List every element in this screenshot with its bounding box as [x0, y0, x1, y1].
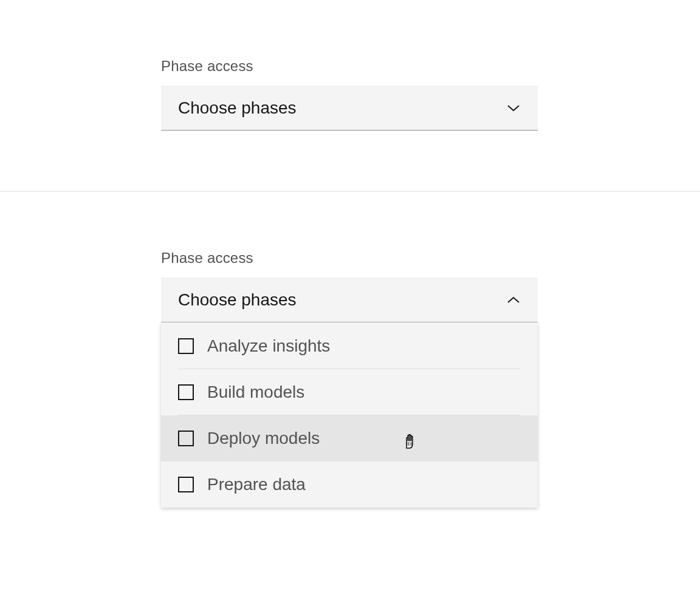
- phase-access-section-closed: Phase access Choose phases: [0, 0, 700, 191]
- option-label: Analyze insights: [207, 336, 330, 356]
- dropdown-trigger[interactable]: Choose phases: [161, 86, 538, 131]
- chevron-up-icon: [506, 293, 521, 307]
- option-deploy-models[interactable]: Deploy models: [161, 415, 538, 461]
- phase-access-label: Phase access: [161, 58, 539, 75]
- dropdown-menu: Analyze insights Build models Deploy mod…: [161, 323, 538, 508]
- dropdown-trigger-text: Choose phases: [178, 290, 297, 310]
- checkbox[interactable]: [178, 338, 194, 354]
- phase-dropdown-closed: Choose phases: [161, 86, 538, 131]
- phase-dropdown-open: Choose phases Analyze insights Build mod…: [161, 277, 538, 322]
- chevron-down-icon: [506, 101, 521, 115]
- option-build-models[interactable]: Build models: [161, 369, 538, 415]
- phase-access-section-open: Phase access Choose phases Analyze insig…: [0, 192, 700, 383]
- option-label: Prepare data: [207, 475, 306, 494]
- phase-access-label: Phase access: [161, 250, 539, 267]
- dropdown-trigger-text: Choose phases: [178, 98, 297, 118]
- option-prepare-data[interactable]: Prepare data: [161, 461, 538, 508]
- checkbox[interactable]: [178, 384, 194, 400]
- checkbox[interactable]: [178, 477, 194, 492]
- dropdown-trigger[interactable]: Choose phases: [161, 277, 538, 322]
- option-label: Deploy models: [207, 429, 320, 448]
- checkbox[interactable]: [178, 431, 194, 446]
- pointer-cursor-icon: [401, 430, 419, 453]
- option-label: Build models: [207, 383, 304, 402]
- option-analyze-insights[interactable]: Analyze insights: [161, 323, 538, 369]
